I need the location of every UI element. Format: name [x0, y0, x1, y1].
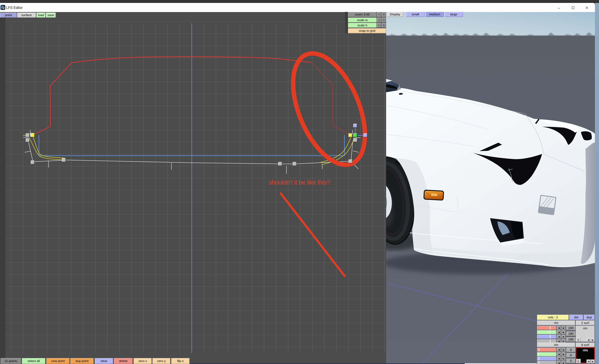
svg-text:shouldn’t it be like this?: shouldn’t it be like this? — [269, 179, 330, 186]
